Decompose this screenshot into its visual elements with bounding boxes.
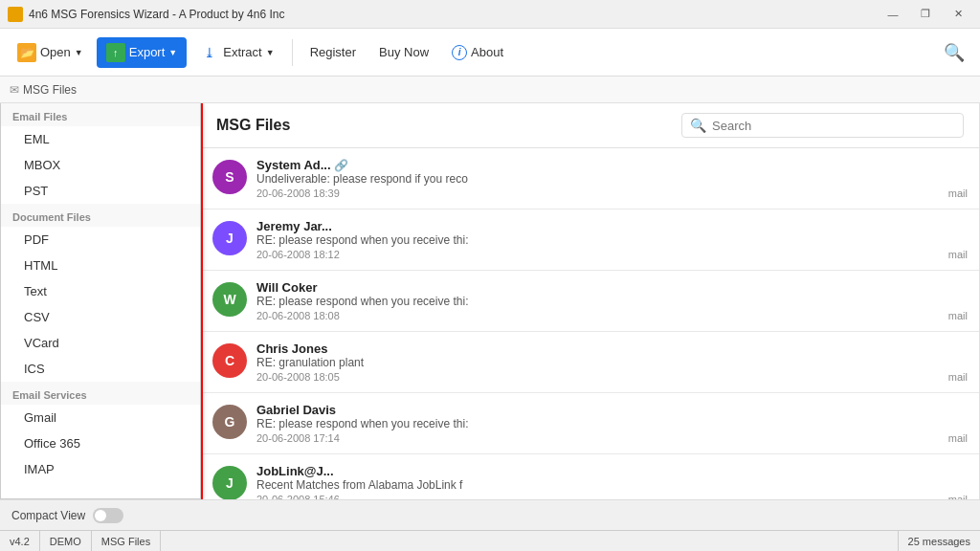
open-dropdown-arrow: ▼: [75, 48, 83, 57]
export-button[interactable]: ↑ Export ▼: [97, 37, 188, 68]
email-content: Gabriel Davis RE: please respond when yo…: [256, 403, 968, 444]
menu-item[interactable]: VCard: [1, 330, 200, 356]
export-dropdown-arrow: ▼: [168, 48, 177, 57]
email-subject: RE: please respond when you receive thi:: [256, 295, 968, 308]
email-list-item[interactable]: W Will Coker RE: please respond when you…: [201, 271, 979, 332]
email-subject: RE: please respond when you receive thi:: [256, 417, 968, 430]
open-label: Open: [40, 45, 71, 59]
menu-item[interactable]: Text: [1, 278, 200, 304]
avatar: W: [212, 282, 247, 317]
titlebar: 4n6 MSG Forensics Wizard - A Product by …: [0, 0, 980, 29]
email-date: 20-06-2008 18:08: [256, 310, 340, 321]
menu-section-label: Document Files: [1, 204, 200, 227]
search-box[interactable]: 🔍: [681, 113, 964, 138]
about-button[interactable]: i About: [442, 39, 513, 66]
menu-item[interactable]: PDF: [1, 227, 200, 253]
email-list-item[interactable]: G Gabriel Davis RE: please respond when …: [201, 393, 979, 454]
extract-button[interactable]: ⤓ Extract ▼: [190, 37, 283, 68]
about-label: About: [471, 45, 503, 59]
email-from: JobLink@J...: [256, 464, 968, 478]
menu-item[interactable]: ICS: [1, 356, 200, 382]
email-list-item[interactable]: S System Ad... 🔗 Undeliverable: please r…: [201, 148, 979, 209]
statusbar: v4.2 DEMO MSG Files 25 messages: [0, 530, 980, 551]
menu-item[interactable]: Office 365: [1, 430, 200, 456]
email-from: Will Coker: [256, 280, 968, 295]
search-input[interactable]: [712, 119, 955, 133]
email-type: mail: [948, 187, 968, 199]
search-icon[interactable]: 🔍: [936, 38, 972, 67]
breadcrumb-path: MSG Files: [23, 83, 77, 97]
email-subject: RE: granulation plant: [256, 356, 968, 369]
window-controls: — ❐ ✕: [879, 5, 972, 24]
email-list-item[interactable]: C Chris Jones RE: granulation plant 20-0…: [201, 332, 979, 393]
email-type: mail: [948, 249, 968, 260]
email-date: 20-06-2008 18:12: [256, 249, 340, 260]
email-content: Will Coker RE: please respond when you r…: [256, 280, 968, 321]
bottom-bar: Compact View: [0, 499, 980, 530]
extract-label: Extract: [223, 45, 261, 59]
email-content: System Ad... 🔗 Undeliverable: please res…: [256, 158, 968, 199]
menu-section-label: Email Files: [1, 103, 200, 126]
menu-item[interactable]: HTML: [1, 253, 200, 278]
compact-view-toggle[interactable]: [93, 508, 123, 523]
statusbar-version: v4.2: [0, 531, 40, 551]
statusbar-message-count: 25 messages: [898, 531, 980, 551]
app-title: 4n6 MSG Forensics Wizard - A Product by …: [29, 8, 879, 21]
email-list-item[interactable]: J JobLink@J... Recent Matches from Alaba…: [201, 454, 979, 499]
open-button[interactable]: 📂 Open ▼: [8, 37, 93, 68]
export-dropdown-menu: Email FilesEMLMBOXPSTDocument FilesPDFHT…: [0, 103, 201, 499]
email-from: Chris Jones: [256, 342, 968, 356]
buy-now-button[interactable]: Buy Now: [369, 39, 438, 65]
email-type: mail: [948, 371, 968, 383]
bottom-section: Compact View v4.2 DEMO MSG Files 25 mess…: [0, 499, 980, 551]
statusbar-file: MSG Files: [92, 531, 161, 551]
email-content: Jeremy Jar... RE: please respond when yo…: [256, 219, 968, 260]
email-meta: 20-06-2008 18:05 mail: [256, 371, 968, 383]
breadcrumb-icon: ✉: [10, 83, 19, 97]
avatar: J: [212, 221, 247, 255]
export-label: Export: [129, 45, 166, 59]
email-date: 20-06-2008 17:14: [256, 432, 340, 444]
email-list-item[interactable]: J Jeremy Jar... RE: please respond when …: [201, 209, 979, 271]
email-from: Jeremy Jar...: [256, 219, 968, 233]
email-subject: RE: please respond when you receive thi:: [256, 233, 968, 247]
email-type: mail: [948, 432, 968, 444]
email-subject: Recent Matches from Alabama JobLink f: [256, 478, 968, 492]
attachment-icon: 🔗: [334, 159, 348, 172]
menu-item[interactable]: MBOX: [1, 152, 200, 178]
menu-item[interactable]: Gmail: [1, 405, 200, 430]
export-icon: ↑: [106, 43, 125, 62]
toolbar: 📂 Open ▼ ↑ Export ▼ ⤓ Extract ▼ Register…: [0, 29, 980, 77]
email-content: JobLink@J... Recent Matches from Alabama…: [256, 464, 968, 499]
email-type: mail: [948, 310, 968, 321]
compact-view-label: Compact View: [11, 509, 85, 522]
open-icon: 📂: [17, 43, 36, 62]
email-meta: 20-06-2008 18:08 mail: [256, 310, 968, 321]
email-content: Chris Jones RE: granulation plant 20-06-…: [256, 342, 968, 383]
email-panel-title: MSG Files: [216, 117, 290, 134]
email-from: System Ad... 🔗: [256, 158, 968, 172]
email-date: 20-06-2008 18:39: [256, 187, 340, 199]
avatar: S: [212, 160, 247, 194]
register-button[interactable]: Register: [301, 39, 366, 65]
main-area: Email FilesEMLMBOXPSTDocument FilesPDFHT…: [0, 103, 980, 499]
avatar: C: [212, 343, 247, 378]
search-box-icon: 🔍: [690, 118, 706, 133]
menu-item[interactable]: IMAP: [1, 456, 200, 482]
menu-item[interactable]: EML: [1, 126, 200, 152]
extract-icon: ⤓: [200, 43, 219, 62]
close-button[interactable]: ✕: [944, 5, 972, 24]
menu-section-label: Email Services: [1, 382, 200, 405]
maximize-button[interactable]: ❐: [911, 5, 940, 24]
minimize-button[interactable]: —: [879, 5, 907, 24]
email-date: 20-06-2008 18:05: [256, 371, 340, 383]
email-panel-header: MSG Files 🔍: [201, 103, 979, 148]
avatar: G: [212, 405, 247, 439]
email-list: S System Ad... 🔗 Undeliverable: please r…: [201, 148, 979, 499]
menu-item[interactable]: PST: [1, 178, 200, 204]
menu-item[interactable]: CSV: [1, 304, 200, 330]
email-from: Gabriel Davis: [256, 403, 968, 417]
toolbar-divider: [292, 39, 293, 66]
about-icon: i: [452, 45, 467, 60]
buy-now-label: Buy Now: [379, 45, 429, 59]
